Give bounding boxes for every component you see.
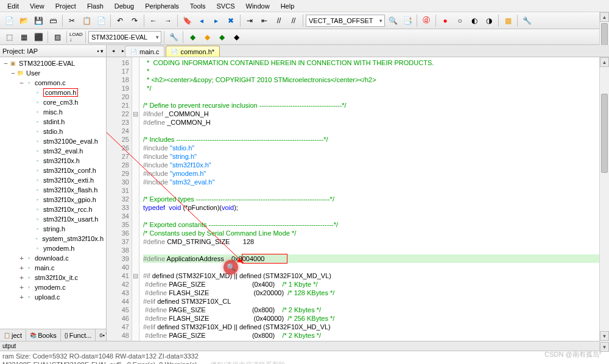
rebuild-icon[interactable]: ⬛ (32, 30, 45, 44)
file-label[interactable]: stm32f10x_conf.h (43, 167, 96, 174)
manage4-icon[interactable]: ◆ (230, 30, 243, 44)
file-label[interactable]: common.h (43, 88, 78, 97)
save-all-icon[interactable]: 🗃 (46, 14, 60, 27)
code-line[interactable]: #define CMD_STRING_SIZE 128 (143, 237, 599, 246)
tree-file[interactable]: ▫misc.h (1, 107, 105, 117)
open-icon[interactable]: 📂 (17, 14, 30, 27)
code-line[interactable]: #include "stdio.h" (143, 144, 599, 152)
menu-svcs[interactable]: SVCS (212, 1, 240, 11)
file-label[interactable]: misc.h (43, 108, 63, 116)
copy-icon[interactable]: 📋 (80, 14, 93, 27)
new-file-icon[interactable]: 📄 (2, 14, 16, 27)
tab-next-icon[interactable]: ▸ (119, 46, 127, 55)
expand-icon[interactable]: + (18, 284, 25, 292)
save-icon[interactable]: 💾 (32, 14, 45, 27)
code-line[interactable]: * <h2><center>&copy; COPYRIGHT 2010 STMi… (143, 75, 599, 84)
code-line[interactable]: * (143, 67, 599, 75)
sidebar-dropdown-icon[interactable]: ▪ ▾ (97, 48, 104, 54)
code-content[interactable]: * CODING INFORMATION CONTAINED HEREIN IN… (139, 57, 599, 341)
tree-file[interactable]: ▫stm32f10x_conf.h (1, 166, 105, 175)
tree-file[interactable]: ▫stm32f10x_exti.h (1, 175, 105, 185)
menu-tools[interactable]: Tools (185, 1, 211, 11)
scroll-down-icon[interactable]: ▼ (600, 331, 609, 341)
paste-icon[interactable]: 📄 (94, 14, 108, 27)
expand-icon[interactable]: − (18, 79, 25, 87)
bookmark-next-icon[interactable]: ▸ (209, 14, 223, 27)
tree-file[interactable]: ▫stm32f10x_usart.h (1, 214, 105, 224)
breakpoint2-icon[interactable]: ○ (453, 14, 466, 27)
menu-window[interactable]: Window (241, 1, 275, 11)
fold-gutter[interactable]: ⊟⊟ (132, 57, 139, 341)
code-line[interactable] (143, 263, 599, 271)
sidebar-tab[interactable]: 📋ject (0, 329, 26, 341)
nav-back-icon[interactable]: ← (147, 14, 160, 27)
file-label[interactable]: string.h (43, 225, 65, 233)
editor-tab[interactable]: 📄common.h* (166, 46, 220, 57)
menu-debug[interactable]: Debug (110, 1, 139, 11)
file-label[interactable]: stm32_eval.h (43, 147, 83, 155)
download-icon[interactable]: LOAD↓ (69, 30, 83, 44)
scroll-thumb[interactable] (601, 94, 608, 173)
code-line[interactable]: * CODING INFORMATION CONTAINED HEREIN IN… (143, 58, 599, 67)
code-line[interactable]: /* Define to prevent recursive inclusion… (143, 101, 599, 110)
editor-scrollbar[interactable]: ▲ ▼ (599, 57, 609, 341)
expand-icon[interactable]: − (2, 60, 9, 68)
file-label[interactable]: stm32f10x_rcc.h (43, 206, 93, 213)
tree-file[interactable]: ▫stdint.h (1, 117, 105, 127)
scroll-up-icon[interactable]: ▲ (600, 12, 609, 22)
code-line[interactable]: /* Includes ----------------------------… (143, 135, 599, 144)
file-label[interactable]: stm32f10x_it.c (35, 274, 78, 281)
tree-file[interactable]: ▫stm32f10x.h (1, 156, 105, 166)
output-text[interactable]: ram Size: Code=5932 RO-data=1048 RW-data… (0, 351, 609, 364)
file-label[interactable]: main.c (35, 264, 54, 271)
bookmark-clear-icon[interactable]: ✖ (224, 14, 238, 27)
breakpoint4-icon[interactable]: ◑ (482, 14, 496, 27)
tree-file[interactable]: ▫system_stm32f10x.h (1, 234, 105, 243)
code-line[interactable]: #include "ymodem.h" (143, 169, 599, 178)
expand-icon[interactable]: + (18, 293, 25, 301)
menu-view[interactable]: View (25, 1, 49, 11)
tree-file[interactable]: ▫stm32f10x_gpio.h (1, 195, 105, 205)
file-label[interactable]: stdio.h (43, 128, 63, 135)
code-line[interactable] (143, 127, 599, 135)
cut-icon[interactable]: ✂ (65, 14, 79, 27)
tree-file[interactable]: −▫common.c (1, 78, 105, 88)
file-label[interactable]: stm32f10x_exti.h (43, 177, 94, 184)
menu-flash[interactable]: Flash (82, 1, 108, 11)
project-tree[interactable]: −▣STM32100E-EVAL −📁User −▫common.c▫commo… (0, 57, 106, 329)
menu-project[interactable]: Project (51, 1, 81, 11)
breakpoint-icon[interactable]: ● (438, 14, 452, 27)
tab-prev-icon[interactable]: ◂ (109, 46, 118, 55)
file-label[interactable]: stdint.h (43, 118, 65, 125)
code-line[interactable]: typedef void (*pFunction)(void); (143, 203, 599, 212)
expand-icon[interactable]: + (18, 274, 25, 282)
menu-edit[interactable]: Edit (2, 1, 24, 11)
code-line[interactable]: /* Exported types ----------------------… (143, 195, 599, 203)
code-line[interactable]: #define PAGE_SIZE (0x800) /* 2 Kbytes */ (143, 331, 599, 340)
tree-file[interactable]: +▫ymodem.c (1, 282, 105, 292)
code-line[interactable]: #define FLASH_SIZE (0x20000) /* 128 KByt… (143, 289, 599, 297)
menu-peripherals[interactable]: Peripherals (140, 1, 184, 11)
sidebar-tab[interactable]: 📚Books (26, 329, 61, 341)
code-line[interactable] (143, 93, 599, 101)
find-in-files-icon[interactable]: 📑 (401, 14, 414, 27)
comment-icon[interactable]: // (272, 14, 286, 27)
expand-icon[interactable]: − (10, 69, 16, 77)
code-line[interactable]: #if defined (STM32F10X_MD) || defined (S… (143, 271, 599, 280)
code-line[interactable]: #define FLASH_SIZE (0x80000) /* 512 KByt… (143, 340, 599, 341)
code-line[interactable]: #define PAGE_SIZE (0x800) /* 2 Kbytes */ (143, 306, 599, 314)
find-combo[interactable]: VECT_TAB_OFFSET (306, 15, 385, 27)
build-all-icon[interactable]: ▨ (51, 30, 64, 44)
target-combo[interactable]: STM32100E-EVAL (88, 31, 161, 43)
bookmark-prev-icon[interactable]: ◂ (195, 14, 208, 27)
options-icon[interactable]: 🔧 (167, 30, 180, 44)
manage3-icon[interactable]: ◆ (215, 30, 228, 44)
file-label[interactable]: stm32f10x_usart.h (43, 215, 99, 223)
manage-icon[interactable]: ◆ (186, 30, 199, 44)
tree-file[interactable]: ▫stm32f10x_flash.h (1, 185, 105, 195)
file-label[interactable]: stm32f10x.h (43, 157, 80, 164)
file-label[interactable]: stm32100e_eval.h (43, 138, 98, 145)
redo-icon[interactable]: ↷ (128, 14, 141, 27)
code-line[interactable]: #define PAGE_SIZE (0x400) /* 1 Kbyte */ (143, 280, 599, 289)
code-line[interactable]: /* Exported constants ------------------… (143, 220, 599, 229)
